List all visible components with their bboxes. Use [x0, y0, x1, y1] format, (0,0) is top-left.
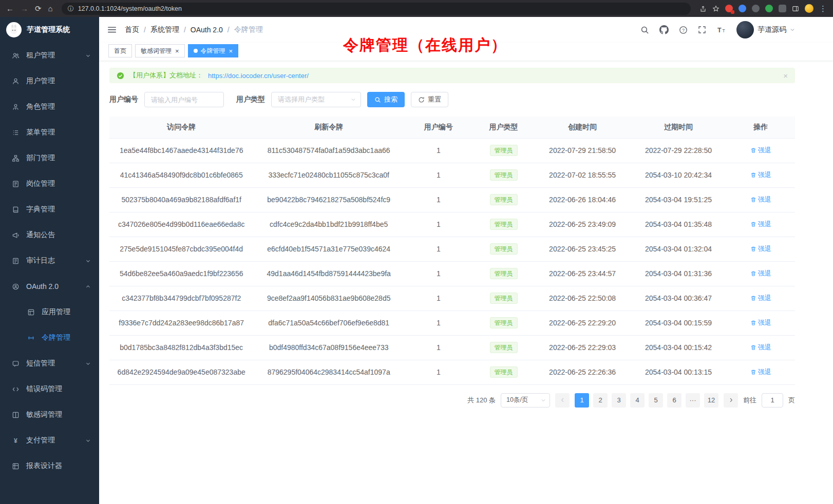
sidebar-item-oauth[interactable]: OAuth 2.0 — [0, 274, 99, 299]
address-bar[interactable]: ⓘ 127.0.0.1:1024/system/oauth2/token — [62, 3, 691, 15]
app-logo[interactable]: 芋道管理系统 — [0, 17, 99, 43]
page-button[interactable]: 12 — [704, 393, 718, 408]
sidebar-item-menu-list[interactable]: 菜单管理 — [0, 120, 99, 145]
sidebar-item-sms[interactable]: 短信管理 — [0, 351, 99, 376]
page-button[interactable]: 4 — [630, 393, 645, 408]
tab-item[interactable]: 首页 — [108, 44, 132, 57]
sidebar-item-notice[interactable]: 通知公告 — [0, 222, 99, 248]
page-button[interactable]: 6 — [667, 393, 681, 408]
sidebar-item-label: 支付管理 — [26, 436, 55, 445]
sidebar-menu: 租户管理用户管理角色管理菜单管理部门管理岗位管理字典管理通知公告审计日志OAut… — [0, 43, 99, 504]
page-button[interactable]: 1 — [575, 393, 589, 408]
browser-toolbar: ← → ⟳ ⌂ ⓘ 127.0.0.1:1024/system/oauth2/t… — [0, 0, 833, 17]
audit-log-icon — [11, 257, 20, 265]
sidebar-item-post[interactable]: 岗位管理 — [0, 171, 99, 197]
sidebar-item-label: 用户管理 — [26, 76, 55, 86]
extension-icon[interactable] — [725, 5, 733, 12]
user-type-badge: 管理员 — [490, 219, 518, 230]
tenant-icon — [11, 51, 20, 60]
goto-page-input[interactable] — [762, 393, 783, 408]
sidebar-item-report-designer[interactable]: 报表设计器 — [0, 453, 99, 479]
more-pages-button[interactable]: ··· — [686, 393, 700, 408]
back-icon[interactable]: ← — [6, 5, 14, 12]
close-icon[interactable]: × — [783, 71, 788, 80]
forward-icon[interactable]: → — [21, 5, 28, 12]
error-code-icon — [11, 385, 20, 394]
user-id-cell: 1 — [404, 212, 473, 237]
force-logout-button[interactable]: 强退 — [750, 367, 771, 377]
search-button[interactable]: 搜索 — [367, 92, 405, 107]
force-logout-button[interactable]: 强退 — [750, 318, 771, 327]
tab-item[interactable]: 敏感词管理× — [135, 44, 185, 57]
sidebar-item-tenant[interactable]: 租户管理 — [0, 43, 99, 68]
alert-doc-link[interactable]: https://doc.iocoder.cn/user-center/ — [208, 72, 309, 80]
home-icon[interactable]: ⌂ — [48, 5, 53, 12]
force-logout-button[interactable]: 强退 — [750, 269, 771, 278]
user-type-badge: 管理员 — [490, 317, 518, 328]
chevron-down-icon — [85, 53, 91, 59]
page-button[interactable]: 3 — [612, 393, 626, 408]
logo-avatar-icon — [6, 22, 22, 37]
reload-icon[interactable]: ⟳ — [35, 5, 42, 12]
sidebar-item-payment[interactable]: ¥支付管理 — [0, 428, 99, 453]
sidebar-item-role[interactable]: 角色管理 — [0, 94, 99, 120]
page-button[interactable]: 2 — [593, 393, 608, 408]
expire-time-cell: 2054-03-04 01:31:36 — [631, 261, 727, 286]
force-logout-button[interactable]: 强退 — [750, 220, 771, 229]
extension-icon[interactable] — [752, 5, 760, 12]
extensions-puzzle-icon[interactable] — [779, 5, 786, 12]
force-logout-label: 强退 — [758, 343, 771, 352]
next-page-button[interactable] — [724, 393, 738, 408]
side-panel-icon[interactable] — [792, 5, 799, 12]
browser-menu-icon[interactable]: ⋮ — [819, 5, 827, 12]
extension-icon[interactable] — [739, 5, 746, 12]
github-icon[interactable] — [659, 25, 669, 34]
tab-item[interactable]: 令牌管理× — [188, 44, 239, 57]
sidebar-item-department[interactable]: 部门管理 — [0, 145, 99, 171]
close-icon[interactable]: × — [229, 48, 233, 54]
sidebar-item-user[interactable]: 用户管理 — [0, 68, 99, 94]
user-type-cell: 管理员 — [473, 163, 535, 187]
breadcrumb-item[interactable]: OAuth 2.0 — [191, 26, 223, 34]
goto-suffix: 页 — [788, 396, 795, 405]
force-logout-button[interactable]: 强退 — [750, 244, 771, 254]
reset-button[interactable]: 重置 — [411, 92, 448, 107]
sidebar-item-dictionary[interactable]: 字典管理 — [0, 197, 99, 222]
breadcrumb-item[interactable]: 首页 — [125, 25, 139, 34]
table-header-row: 访问令牌刷新令牌用户编号用户类型创建时间过期时间操作 — [109, 117, 795, 138]
bookmark-star-icon[interactable] — [712, 5, 720, 12]
svg-text:?: ? — [682, 27, 685, 32]
force-logout-button[interactable]: 强退 — [750, 146, 771, 155]
prev-page-button[interactable] — [555, 393, 570, 408]
search-icon[interactable] — [640, 26, 649, 34]
expire-time-cell: 2054-03-04 00:36:47 — [631, 286, 727, 311]
force-logout-button[interactable]: 强退 — [750, 195, 771, 204]
page-button[interactable]: 5 — [649, 393, 663, 408]
sidebar-item-error-code[interactable]: 错误码管理 — [0, 376, 99, 402]
trash-icon — [750, 295, 756, 301]
user-menu[interactable]: 芋道源码 — [736, 21, 795, 38]
hamburger-menu-icon[interactable] — [107, 26, 117, 34]
user-type-select[interactable]: 请选择用户类型 — [271, 92, 361, 107]
site-info-icon[interactable]: ⓘ — [68, 6, 74, 12]
font-size-icon[interactable]: TT — [716, 26, 726, 34]
action-cell: 强退 — [726, 163, 795, 187]
force-logout-button[interactable]: 强退 — [750, 294, 771, 303]
fullscreen-icon[interactable] — [698, 26, 706, 34]
sidebar-item-token[interactable]: 令牌管理 — [0, 325, 99, 351]
user-id-input[interactable] — [144, 92, 224, 107]
help-icon[interactable]: ? — [679, 26, 688, 34]
table-row: c342377bf8b344799dcbf7bf095287f29ce8ef2a… — [109, 286, 795, 311]
page-size-select[interactable]: 10条/页 — [501, 393, 550, 408]
extension-icon[interactable] — [765, 5, 773, 12]
breadcrumb-item[interactable]: 系统管理 — [150, 25, 179, 34]
close-icon[interactable]: × — [175, 48, 179, 54]
pagination: 共 120 条 10条/页 123456···12 前往 页 — [109, 393, 795, 408]
force-logout-button[interactable]: 强退 — [750, 343, 771, 352]
sidebar-item-app[interactable]: 应用管理 — [0, 299, 99, 325]
force-logout-button[interactable]: 强退 — [750, 170, 771, 180]
share-icon[interactable] — [699, 5, 707, 12]
browser-profile-avatar[interactable] — [805, 4, 813, 13]
sidebar-item-audit-log[interactable]: 审计日志 — [0, 248, 99, 274]
sidebar-item-sensitive-word[interactable]: 敏感词管理 — [0, 402, 99, 428]
